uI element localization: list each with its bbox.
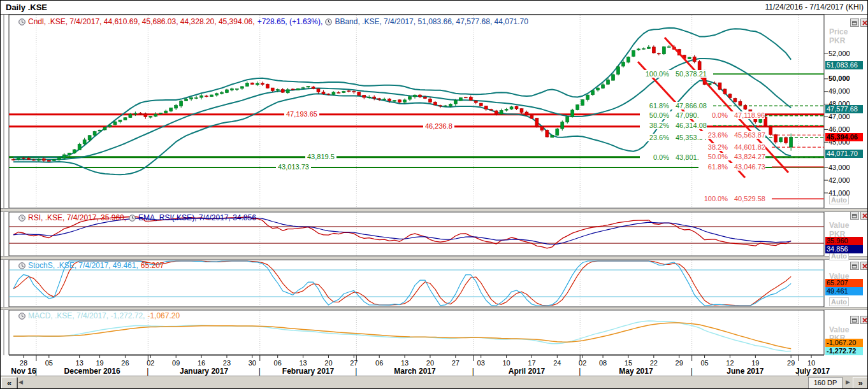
price-axis-tick: 46,000: [828, 125, 850, 134]
pane-splitter[interactable]: [1, 256, 868, 260]
price-axis-tick: 41,000: [828, 189, 850, 197]
clock-icon: [18, 313, 25, 320]
x-axis-day-tick: 17: [524, 359, 539, 367]
price-axis-currency: PKR: [829, 36, 845, 45]
macd-legend-text: MACD, .KSE, 7/4/2017, -1,272.72,: [28, 311, 145, 320]
scroll-far-right-button[interactable]: »: [853, 377, 868, 389]
x-axis-day-tick: 29: [672, 359, 687, 367]
price-axis-tick: 49,000: [828, 87, 850, 95]
x-axis-month-label: December 2016: [38, 367, 147, 376]
macd-signal-line: [13, 323, 791, 349]
macd-axis-title: Value: [829, 325, 849, 334]
x-axis-day-tick: 06: [372, 359, 387, 367]
x-axis-day-tick: 19: [92, 359, 108, 367]
x-axis-month-label: July 2017: [758, 367, 867, 376]
x-axis-day-tick: 10: [804, 359, 819, 367]
fib-down-label: 100.0%40,529.58: [698, 195, 765, 202]
price-pane-controls: [850, 18, 868, 27]
macd-pane-controls: [850, 316, 868, 324]
x-axis-day-tick: 23: [219, 359, 235, 367]
x-axis-day-tick: 27: [448, 359, 463, 367]
x-axis-month-label: February 2017: [254, 367, 363, 376]
x-axis-day-tick: 28: [16, 359, 31, 367]
chart-window: Daily .KSE 11/24/2016 - 7/14/2017 (KHI) …: [0, 0, 868, 389]
minimize-icon[interactable]: [850, 262, 859, 270]
rsi-pane-controls: [850, 211, 868, 220]
close-icon[interactable]: [860, 211, 868, 220]
fib-up-label: 100.0%50,378.21: [640, 70, 707, 78]
close-icon[interactable]: [860, 316, 868, 324]
macd-signal-value-badge: -1,067.20: [825, 339, 863, 347]
x-axis-day-tick: 03: [474, 359, 489, 367]
candle-legend-text: Cndl, .KSE, 7/4/2017, 44,610.69, 45,686.…: [28, 17, 255, 26]
x-axis-day-tick: 15: [621, 359, 636, 367]
x-axis-day-tick: 05: [41, 359, 57, 367]
minimize-icon[interactable]: [850, 211, 859, 220]
x-axis-day-tick: 13: [72, 359, 87, 367]
x-axis-day-tick: 20: [423, 359, 438, 367]
fib-down-label: 0.0%47,118.96: [698, 111, 765, 119]
x-axis-day-tick: 27: [346, 359, 361, 367]
x-axis-month-label: March 2017: [361, 367, 469, 376]
bband-legend-text: BBand, .KSE, 7/4/2017, 51,083.66, 47,577…: [335, 17, 528, 26]
fib-down-label: 50.0%43,824.27: [698, 153, 765, 160]
x-axis-day-tick: 13: [397, 359, 412, 367]
fib-up-label: 38.2%46,314.08: [640, 122, 707, 129]
rsi-legend[interactable]: RSI, .KSE, 7/4/2017, 35.960, EMA, RSI(.K…: [18, 213, 256, 222]
scroll-left-icon[interactable]: ◀: [18, 379, 23, 385]
rsi-axis-title: Value: [829, 221, 849, 230]
minimize-icon[interactable]: [850, 316, 859, 324]
x-axis-day-tick: 29: [783, 359, 799, 367]
pane-splitter[interactable]: [1, 307, 868, 310]
bband-lower-badge: 44,071.70: [825, 150, 863, 158]
stoch-legend-text: StochS, .KSE, 7/4/2017, 49.461,: [28, 261, 138, 270]
price-legend[interactable]: Cndl, .KSE, 7/4/2017, 44,610.69, 45,686.…: [18, 17, 528, 26]
fib-down-label: 38.2%44,601.82: [698, 143, 765, 151]
x-axis-month-label: April 2017: [472, 367, 581, 376]
scroll-right-icon[interactable]: ▶: [846, 379, 850, 385]
minimize-icon[interactable]: [850, 18, 859, 27]
rsi-legend-text: RSI, .KSE, 7/4/2017, 35.960,: [28, 213, 126, 222]
rsi-ema-legend-text: EMA, RSI(.KSE), 7/4/2017, 34.856: [138, 213, 256, 222]
clock-icon: [129, 215, 136, 222]
x-axis-day-tick: 16: [194, 359, 209, 367]
x-axis-day-tick: 02: [143, 359, 158, 367]
rsi-value-badge: 35.960: [825, 237, 863, 245]
price-level-label: 43,013.73: [276, 163, 311, 171]
x-axis-day-tick: 22: [646, 359, 662, 367]
stoch-axis-auto-button[interactable]: Auto: [829, 297, 849, 306]
price-axis-tick: 52,000: [828, 50, 850, 58]
bband-upper-badge: 51,083.66: [825, 61, 863, 69]
x-axis-day-tick: 13: [296, 359, 311, 367]
x-axis-month-label: January 2017: [150, 367, 258, 376]
stoch-k-value-badge: 49.461: [825, 287, 863, 295]
clock-icon: [18, 215, 25, 222]
horizontal-scrollbar[interactable]: « ◀ 160 DP ▶ »: [1, 376, 868, 389]
macd-legend[interactable]: MACD, .KSE, 7/4/2017, -1,272.72, -1,067.…: [18, 311, 180, 320]
close-icon[interactable]: [860, 262, 868, 270]
data-points-box[interactable]: 160 DP: [808, 377, 843, 389]
x-axis-day-tick: 06: [270, 359, 286, 367]
scroll-far-left-button[interactable]: «: [1, 377, 17, 389]
fib-up-label: 50.0%47,090.08: [640, 111, 707, 119]
x-axis-day-tick: 19: [748, 359, 763, 367]
price-axis-tick: 47,000: [828, 113, 850, 121]
x-axis-day-tick: 26: [117, 359, 133, 367]
price-axis-tick: 42,000: [828, 176, 850, 185]
stoch-legend[interactable]: StochS, .KSE, 7/4/2017, 49.461, 65.207: [18, 261, 164, 270]
stoch-d-value-badge: 65.207: [825, 279, 863, 287]
macd-value-badge: -1,272.72: [825, 347, 863, 355]
bband-middle-badge: 47,577.68: [825, 105, 863, 113]
x-axis-month-separator: |: [147, 367, 148, 376]
stoch-d-legend-text: 65.207: [141, 261, 164, 270]
change-legend-text: +728.65, (+1.63%),: [257, 17, 323, 26]
price-axis-title: Price: [829, 27, 848, 36]
fib-up-label: 23.6%45,353.94: [640, 134, 707, 141]
close-icon[interactable]: [860, 18, 868, 27]
price-axis-tick: 50,000: [828, 74, 850, 83]
x-axis-day-tick: 20: [321, 359, 336, 367]
x-axis-day-tick: 10: [499, 359, 514, 367]
fib-up-label: 61.8%47,866.08: [640, 102, 707, 110]
pane-splitter[interactable]: [1, 208, 868, 212]
price-axis-tick: 43,000: [828, 164, 850, 172]
